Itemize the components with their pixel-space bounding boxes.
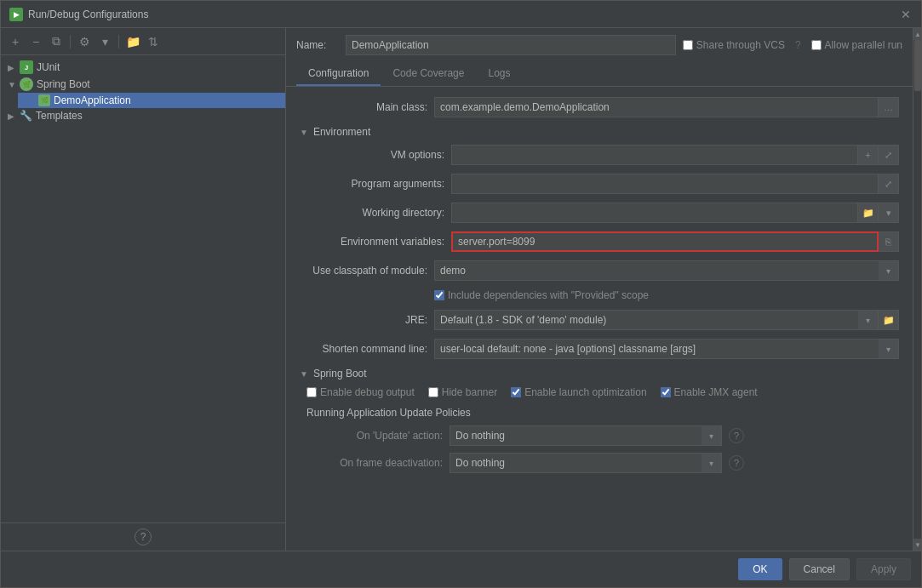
env-vars-label: Environment variables:	[317, 236, 444, 248]
ok-button[interactable]: OK	[738, 558, 782, 580]
on-frame-select[interactable]: Do nothing	[450, 453, 722, 473]
main-class-input-wrap: …	[434, 97, 899, 117]
allow-parallel-checkbox[interactable]	[811, 40, 822, 50]
vm-options-label: VM options:	[317, 149, 444, 161]
spring-boot-checkboxes: Enable debug output Hide banner Enable l…	[300, 386, 899, 398]
on-frame-help[interactable]: ?	[729, 455, 744, 471]
spring-boot-section-title: Spring Boot	[313, 368, 367, 380]
env-section-arrow: ▼	[300, 128, 308, 137]
on-frame-row: On frame deactivation: Do nothing ▾ ?	[300, 453, 899, 473]
jre-select[interactable]: Default (1.8 - SDK of 'demo' module)	[434, 310, 879, 330]
jmx-agent-label[interactable]: Enable JMX agent	[661, 386, 758, 398]
program-args-input[interactable]	[451, 174, 879, 194]
shorten-cmdline-row: Shorten command line: user-local default…	[300, 339, 899, 359]
include-deps-checkbox[interactable]	[434, 290, 444, 300]
templates-arrow: ▶	[8, 111, 16, 121]
classpath-select[interactable]: demo	[434, 260, 899, 281]
classpath-row: Use classpath of module: demo ▾	[300, 260, 899, 281]
hide-banner-checkbox[interactable]	[428, 387, 438, 397]
main-class-row: Main class: …	[300, 97, 899, 117]
env-vars-row: Environment variables: ⎘	[317, 231, 899, 252]
vm-fullscreen-btn[interactable]: ⤢	[879, 145, 899, 165]
share-vcs-label[interactable]: Share through VCS	[683, 39, 785, 51]
tab-logs[interactable]: Logs	[476, 62, 522, 86]
copy-config-button[interactable]: ⧉	[47, 32, 66, 51]
header-right: Share through VCS ? Allow parallel run	[683, 39, 902, 51]
folder-button[interactable]: 📁	[123, 32, 142, 51]
apply-button[interactable]: Apply	[856, 558, 911, 580]
shorten-cmdline-select[interactable]: user-local default: none - java [options…	[434, 339, 899, 359]
scroll-track	[913, 40, 921, 539]
cancel-button[interactable]: Cancel	[789, 558, 850, 580]
settings-button[interactable]: ⚙	[75, 32, 94, 51]
include-deps-row: Include dependencies with "Provided" sco…	[300, 289, 899, 301]
working-dir-browse-btn[interactable]: 📁	[858, 203, 879, 223]
jre-browse-btn[interactable]: 📁	[879, 310, 899, 330]
main-class-input[interactable]	[434, 97, 879, 117]
vm-options-input[interactable]	[451, 145, 858, 165]
title-bar: ▶ Run/Debug Configurations ✕	[1, 1, 921, 28]
demo-arrow	[25, 96, 33, 106]
junit-icon: J	[20, 60, 33, 74]
hide-banner-label[interactable]: Hide banner	[428, 386, 497, 398]
working-dir-input-wrap: 📁 ▾	[451, 203, 899, 223]
program-args-label: Program arguments:	[317, 178, 444, 190]
tree-item-springboot[interactable]: ▼ 🌿 Spring Boot	[1, 76, 285, 93]
debug-output-checkbox[interactable]	[306, 387, 317, 397]
right-section: Name: Share through VCS ? Allow parallel…	[286, 28, 921, 551]
templates-label: Templates	[36, 110, 83, 122]
tree-item-demoapplication[interactable]: 🌿 DemoApplication	[18, 93, 285, 108]
left-toolbar: + − ⧉ ⚙ ▾ 📁 ⇅	[1, 28, 285, 55]
on-update-help[interactable]: ?	[729, 428, 744, 443]
jre-row: JRE: Default (1.8 - SDK of 'demo' module…	[300, 310, 899, 330]
policies-label: Running Application Update Policies	[300, 407, 899, 419]
working-dir-input[interactable]	[451, 203, 858, 223]
bottom-bar: OK Cancel Apply	[1, 551, 921, 587]
tab-code-coverage[interactable]: Code Coverage	[381, 62, 476, 86]
junit-label: JUnit	[37, 61, 60, 73]
name-input[interactable]	[346, 35, 676, 55]
launch-opt-checkbox[interactable]	[511, 387, 521, 397]
share-vcs-checkbox[interactable]	[683, 40, 693, 50]
jmx-agent-checkbox[interactable]	[661, 387, 671, 397]
right-panel: Name: Share through VCS ? Allow parallel…	[286, 28, 913, 551]
springboot-label: Spring Boot	[37, 78, 90, 90]
templates-icon: 🔧	[20, 110, 32, 122]
scroll-down-arrow[interactable]: ▼	[913, 539, 921, 551]
tree-item-templates[interactable]: ▶ 🔧 Templates	[1, 108, 285, 123]
dialog-body: + − ⧉ ⚙ ▾ 📁 ⇅ ▶ J JUnit ▼	[1, 28, 921, 551]
remove-config-button[interactable]: −	[26, 32, 45, 51]
scroll-thumb[interactable]	[914, 40, 921, 91]
jre-select-wrap: Default (1.8 - SDK of 'demo' module) ▾	[434, 310, 879, 330]
left-panel: + − ⧉ ⚙ ▾ 📁 ⇅ ▶ J JUnit ▼	[1, 28, 286, 551]
include-deps-label[interactable]: Include dependencies with "Provided" sco…	[434, 289, 649, 301]
main-class-browse-btn[interactable]: …	[879, 97, 899, 117]
env-vars-input[interactable]	[451, 231, 879, 252]
program-args-row: Program arguments: ⤢	[317, 174, 899, 194]
sort-button[interactable]: ⇅	[144, 32, 163, 51]
toolbar-sep-1	[70, 35, 71, 49]
on-update-row: On 'Update' action: Do nothing ▾ ?	[300, 425, 899, 446]
vm-expand-btn[interactable]: +	[858, 145, 879, 165]
allow-parallel-label[interactable]: Allow parallel run	[811, 39, 902, 51]
run-debug-dialog: ▶ Run/Debug Configurations ✕ + − ⧉ ⚙ ▾ 📁…	[0, 0, 922, 588]
help-button[interactable]: ?	[135, 528, 152, 545]
jre-label: JRE:	[300, 314, 427, 326]
chevron-down-button[interactable]: ▾	[95, 32, 114, 51]
program-args-expand-btn[interactable]: ⤢	[879, 174, 899, 194]
add-config-button[interactable]: +	[6, 32, 25, 51]
working-dir-dropdown-btn[interactable]: ▾	[879, 203, 899, 223]
launch-opt-label[interactable]: Enable launch optimization	[511, 386, 646, 398]
env-vars-browse-btn[interactable]: ⎘	[879, 231, 899, 252]
on-update-select-wrap: Do nothing ▾	[450, 425, 722, 446]
debug-output-label[interactable]: Enable debug output	[306, 386, 415, 398]
on-update-select[interactable]: Do nothing	[450, 425, 722, 446]
tree-item-junit[interactable]: ▶ J JUnit	[1, 59, 285, 76]
shorten-cmdline-select-wrap: user-local default: none - java [options…	[434, 339, 899, 359]
name-row: Name: Share through VCS ? Allow parallel…	[296, 35, 902, 55]
scroll-up-arrow[interactable]: ▲	[913, 28, 921, 40]
close-button[interactable]: ✕	[899, 8, 913, 21]
tab-configuration[interactable]: Configuration	[296, 62, 381, 86]
working-dir-label: Working directory:	[317, 207, 444, 219]
left-bottom: ?	[1, 522, 285, 551]
